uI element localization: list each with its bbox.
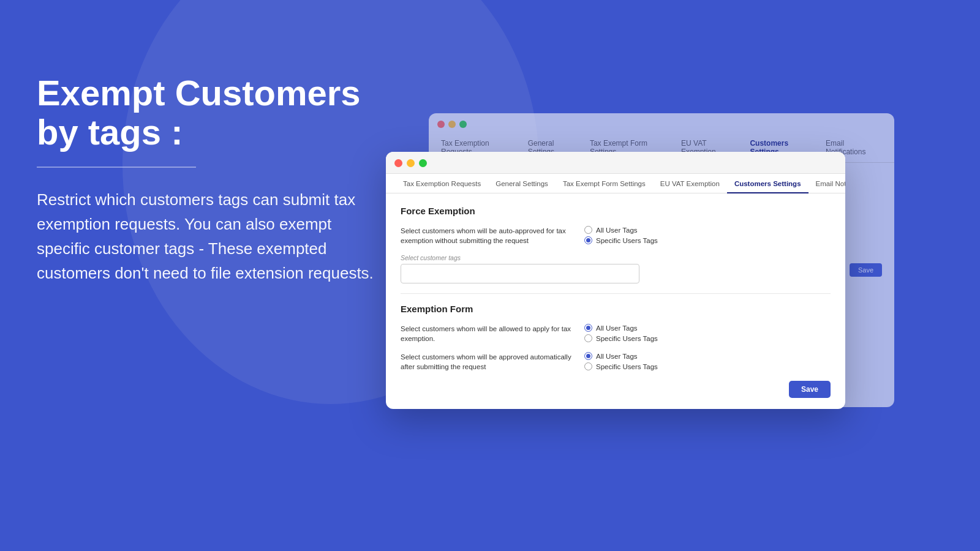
exemption-form-label-2: Select customers whom will be approved a…	[401, 352, 572, 372]
tab-tax-exempt-form-settings[interactable]: Tax Exempt Form Settings	[556, 174, 653, 193]
radio-all-user-tags-3[interactable]: All User Tags	[584, 352, 658, 360]
dot-green[interactable]	[419, 159, 427, 167]
left-panel: Exempt Customers by tags : Restrict whic…	[37, 73, 380, 286]
main-heading: Exempt Customers by tags :	[37, 73, 380, 152]
radio-label-all-2: All User Tags	[596, 324, 638, 332]
exemption-form-row-2: Select customers whom will be approved a…	[401, 352, 831, 372]
radio-label-all-3: All User Tags	[596, 353, 638, 360]
tab-content: Force Exemption Select customers whom wi…	[386, 193, 845, 400]
tag-input-field[interactable]	[401, 264, 639, 283]
radio-label-specific-1: Specific Users Tags	[596, 237, 658, 244]
exemption-form-radio-group-1: All User Tags Specific Users Tags	[584, 324, 658, 342]
radio-circle-1[interactable]	[584, 226, 592, 234]
radio-circle-6[interactable]	[584, 362, 592, 370]
radio-all-user-tags-1[interactable]: All User Tags	[584, 226, 658, 234]
nav-tabs: Tax Exemption Requests General Settings …	[386, 174, 845, 193]
radio-all-user-tags-2[interactable]: All User Tags	[584, 324, 658, 332]
radio-label-specific-3: Specific Users Tags	[596, 363, 658, 370]
tag-input-wrapper: Select customer tags	[401, 254, 831, 283]
radio-circle-5[interactable]	[584, 352, 592, 360]
radio-label-specific-2: Specific Users Tags	[596, 335, 658, 342]
force-exemption-row: Select customers whom will be auto-appro…	[401, 226, 831, 246]
force-exemption-title: Force Exemption	[401, 206, 831, 216]
radio-specific-users-tags-1[interactable]: Specific Users Tags	[584, 236, 658, 244]
window-titlebar	[386, 152, 845, 174]
exemption-form-radio-group-2: All User Tags Specific Users Tags	[584, 352, 658, 370]
tab-email-notifications[interactable]: Email Notifications	[809, 174, 845, 193]
radio-label-all-1: All User Tags	[596, 227, 638, 234]
divider-line	[37, 167, 196, 168]
dot-red[interactable]	[394, 159, 402, 167]
tab-general-settings[interactable]: General Settings	[488, 174, 556, 193]
bg-save-btn: Save	[850, 263, 882, 277]
tab-eu-vat-exemption[interactable]: EU VAT Exemption	[653, 174, 727, 193]
radio-circle-4[interactable]	[584, 334, 592, 342]
main-window: Tax Exemption Requests General Settings …	[386, 152, 845, 409]
radio-circle-2[interactable]	[584, 236, 592, 244]
tab-tax-exemption-requests[interactable]: Tax Exemption Requests	[396, 174, 488, 193]
description-text: Restrict which customers tags can submit…	[37, 187, 380, 286]
bg-dot-red	[437, 121, 445, 128]
save-button[interactable]: Save	[789, 381, 831, 398]
bg-window-titlebar	[429, 113, 894, 135]
save-button-row: Save	[401, 381, 831, 398]
radio-specific-users-tags-3[interactable]: Specific Users Tags	[584, 362, 658, 370]
bg-dot-green	[459, 121, 467, 128]
section-divider	[401, 293, 831, 294]
tab-customers-settings[interactable]: Customers Settings	[727, 174, 809, 193]
radio-circle-3[interactable]	[584, 324, 592, 332]
dot-yellow[interactable]	[407, 159, 415, 167]
bg-dot-yellow	[448, 121, 456, 128]
tag-input-label: Select customer tags	[401, 254, 831, 261]
force-exemption-radio-group: All User Tags Specific Users Tags	[584, 226, 658, 244]
radio-specific-users-tags-2[interactable]: Specific Users Tags	[584, 334, 658, 342]
exemption-form-label-1: Select customers whom will be allowed to…	[401, 324, 572, 343]
exemption-form-title: Exemption Form	[401, 304, 831, 314]
exemption-form-row-1: Select customers whom will be allowed to…	[401, 324, 831, 343]
force-exemption-label: Select customers whom will be auto-appro…	[401, 226, 572, 246]
